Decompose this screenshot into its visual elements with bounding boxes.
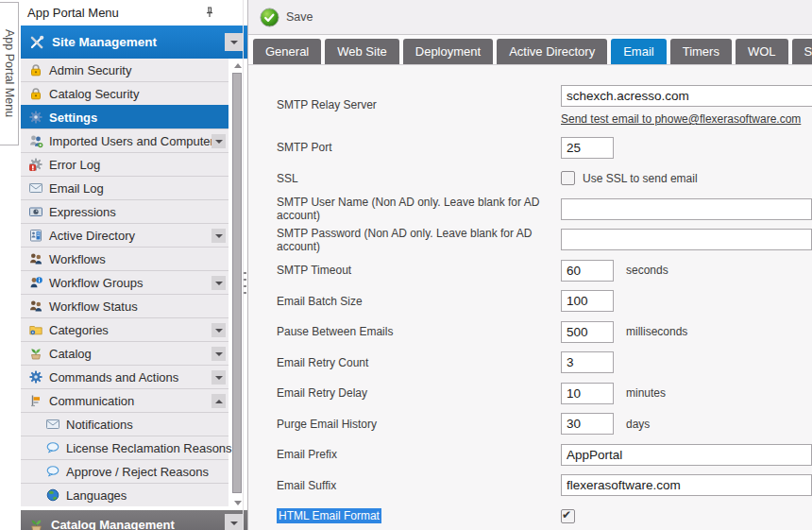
email-prefix-input[interactable] — [561, 444, 812, 466]
sidebar-item-imported-users-and-computers[interactable]: Imported Users and Computers — [21, 128, 228, 152]
form-label: HTML Email Format — [277, 509, 561, 522]
form-control — [561, 474, 812, 496]
sidebar-item-communication[interactable]: Communication — [21, 388, 228, 412]
expand-button[interactable] — [211, 323, 226, 337]
smtp-timeout-input[interactable] — [561, 260, 614, 282]
people-info-icon — [28, 275, 43, 290]
sidebar-item-expressions[interactable]: Expressions — [21, 199, 228, 223]
smtp-password-non-ad-only-leave-blank-for-ad-account-input[interactable] — [561, 229, 812, 250]
sidebar-item-label: Settings — [49, 111, 97, 125]
sidebar-item-active-directory[interactable]: Active Directory — [21, 223, 228, 247]
tools-icon — [28, 34, 45, 51]
save-button[interactable]: Save — [256, 5, 323, 30]
sidebar-footer-label: Catalog Management — [51, 518, 175, 530]
panel-divider — [243, 0, 244, 530]
tab-wol[interactable]: WOL — [736, 39, 788, 64]
html-email-format-checkbox[interactable] — [561, 509, 575, 523]
main-panel: Save GeneralWeb SiteDeploymentActive Dir… — [247, 0, 812, 530]
sidebar-title: App Portal Menu — [27, 6, 119, 20]
section-expand-button[interactable] — [225, 33, 243, 51]
scroll-down-arrow[interactable] — [233, 498, 242, 507]
form-row-html-email-format: HTML Email Format — [277, 501, 812, 530]
form-row-smtp-timeout: SMTP Timeoutseconds — [277, 255, 812, 286]
scrollbar-thumb[interactable] — [232, 73, 242, 493]
purge-email-history-input[interactable] — [561, 413, 614, 435]
sidebar-item-admin-security[interactable]: Admin Security — [21, 59, 228, 81]
footer-expand-button[interactable] — [225, 514, 243, 530]
sidebar-item-label: Languages — [66, 488, 127, 503]
expand-button[interactable] — [211, 229, 226, 243]
form-row-purge-email-history: Purge Email Historydays — [277, 409, 812, 440]
tab-timers[interactable]: Timers — [670, 39, 732, 64]
smtp-port-input[interactable] — [561, 137, 614, 159]
sidebar-item-workflow-status[interactable]: Workflow Status — [21, 294, 228, 317]
error-gear-icon — [28, 157, 43, 172]
sidebar-item-email-log[interactable]: Email Log — [21, 176, 228, 199]
smtp-relay-server-input[interactable] — [561, 85, 812, 107]
form-row-email-suffix: Email Suffix — [277, 470, 812, 502]
form-control — [561, 290, 812, 312]
send-test-email-link[interactable]: Send test email to phowe@flexerasoftware… — [561, 112, 801, 126]
form-control — [561, 444, 812, 466]
sidebar-item-catalog[interactable]: Catalog — [21, 341, 228, 365]
email-retry-count-input[interactable] — [561, 351, 614, 373]
tab-deployment[interactable]: Deployment — [403, 39, 493, 64]
sidebar-section-catalog-management[interactable]: Catalog Management — [21, 510, 247, 530]
sidebar-item-license-reclamation-reasons[interactable]: License Reclamation Reasons — [21, 436, 228, 459]
form-row-email-retry-delay: Email Retry Delayminutes — [277, 378, 812, 409]
expand-button[interactable] — [211, 276, 226, 290]
sidebar-section-site-management[interactable]: Site Management — [21, 26, 247, 59]
expand-button[interactable] — [211, 347, 226, 361]
form-row-smtp-password-non-ad-only-leave-blank-for-ad-account: SMTP Password (Non AD only. Leave blank … — [277, 225, 812, 256]
sidebar-item-error-log[interactable]: Error Log — [21, 152, 228, 176]
form-control: seconds — [561, 260, 812, 282]
app-portal-menu-vertical-tab[interactable]: App Portal Menu — [0, 2, 19, 145]
pause-between-emails-input[interactable] — [561, 321, 614, 343]
sidebar-item-label: Communication — [49, 394, 134, 408]
directory-icon — [28, 228, 43, 243]
tab-active-directory[interactable]: Active Directory — [497, 39, 607, 64]
sidebar-item-label: Workflow Status — [49, 299, 138, 314]
tab-security[interactable]: Security — [792, 39, 812, 64]
sidebar-item-commands-and-actions[interactable]: Commands and Actions — [21, 365, 228, 388]
sidebar-item-notifications[interactable]: Notifications — [21, 412, 228, 436]
tab-email[interactable]: Email — [611, 39, 667, 64]
expand-button[interactable] — [211, 394, 226, 408]
smtp-user-name-non-ad-only-leave-blank-for-ad-account-input[interactable] — [561, 198, 812, 220]
sidebar-item-catalog-security[interactable]: Catalog Security — [21, 81, 228, 105]
form-label: Pause Between Emails — [277, 325, 561, 338]
pin-icon[interactable] — [202, 5, 217, 20]
scroll-up-arrow[interactable] — [233, 60, 242, 70]
expression-icon — [28, 204, 43, 219]
email-batch-size-input[interactable] — [561, 290, 614, 312]
form-control: days — [561, 413, 812, 435]
sidebar-scrollbar[interactable] — [232, 60, 243, 507]
tab-web-site[interactable]: Web Site — [325, 39, 399, 64]
form-label: Email Retry Count — [277, 356, 561, 369]
globe-icon — [45, 487, 60, 503]
settings-tabstrip: GeneralWeb SiteDeploymentActive Director… — [248, 35, 812, 65]
form-label: SMTP User Name (Non AD only. Leave blank… — [277, 196, 561, 222]
sidebar-item-label: Imported Users and Computers — [49, 134, 220, 148]
sidebar-item-categories[interactable]: Categories — [21, 317, 228, 341]
expand-button[interactable] — [211, 370, 226, 385]
form-label: SSL — [277, 172, 561, 185]
plant-icon — [28, 346, 43, 361]
sidebar-item-approve-reject-reasons[interactable]: Approve / Reject Reasons — [21, 459, 228, 483]
sidebar-item-workflow-groups[interactable]: Workflow Groups — [21, 270, 228, 294]
expand-button[interactable] — [211, 134, 226, 148]
sidebar-item-workflows[interactable]: Workflows — [21, 247, 228, 270]
toolbar: Save — [248, 0, 812, 35]
sidebar-item-languages[interactable]: Languages — [21, 483, 228, 506]
splitter-grip[interactable] — [244, 272, 246, 299]
people-icon — [28, 299, 43, 314]
form-label: Email Suffix — [277, 479, 561, 492]
form-control — [561, 137, 812, 159]
ssl-checkbox[interactable] — [561, 171, 575, 185]
tab-general[interactable]: General — [253, 39, 321, 64]
sidebar-item-settings[interactable]: Settings — [21, 105, 228, 128]
envelope-icon — [45, 417, 60, 432]
sidebar-item-label: Commands and Actions — [49, 370, 178, 385]
email-retry-delay-input[interactable] — [561, 383, 614, 404]
email-suffix-input[interactable] — [561, 474, 812, 496]
